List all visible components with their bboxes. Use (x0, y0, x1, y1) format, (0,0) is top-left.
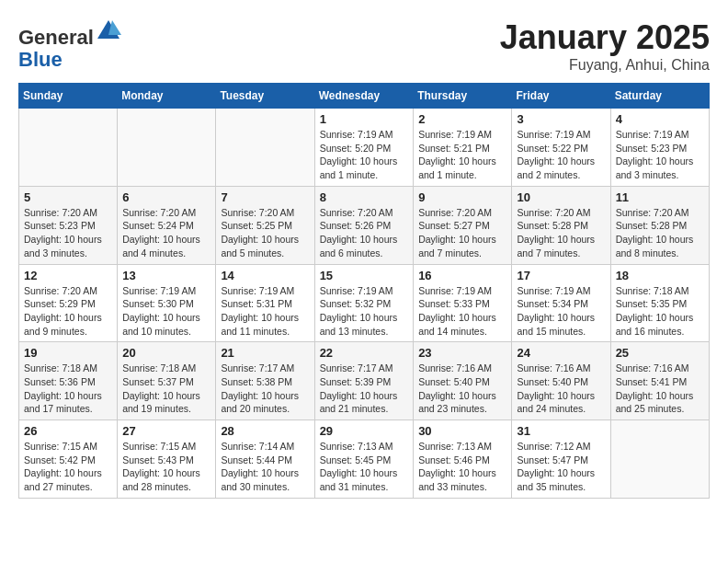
weekday-header-monday: Monday (118, 84, 216, 109)
day-info: Sunrise: 7:20 AM Sunset: 5:23 PM Dayligh… (24, 206, 112, 260)
day-number: 15 (320, 269, 409, 282)
day-number: 25 (616, 346, 704, 360)
calendar-cell: 7Sunrise: 7:20 AM Sunset: 5:25 PM Daylig… (216, 186, 314, 264)
calendar-cell: 18Sunrise: 7:18 AM Sunset: 5:35 PM Dayli… (610, 264, 709, 342)
day-info: Sunrise: 7:20 AM Sunset: 5:29 PM Dayligh… (24, 284, 112, 339)
day-number: 22 (320, 346, 409, 360)
day-number: 27 (122, 424, 210, 438)
calendar-cell: 30Sunrise: 7:13 AM Sunset: 5:46 PM Dayli… (414, 420, 512, 499)
day-number: 30 (418, 424, 506, 438)
month-title: January 2025 (500, 18, 710, 57)
location-subtitle: Fuyang, Anhui, China (500, 57, 710, 74)
page-header: General Blue January 2025 Fuyang, Anhui,… (18, 18, 710, 74)
calendar-cell: 3Sunrise: 7:19 AM Sunset: 5:22 PM Daylig… (512, 109, 610, 187)
calendar-cell: 4Sunrise: 7:19 AM Sunset: 5:23 PM Daylig… (610, 109, 709, 187)
calendar-cell: 22Sunrise: 7:17 AM Sunset: 5:39 PM Dayli… (314, 342, 414, 420)
calendar-cell: 25Sunrise: 7:16 AM Sunset: 5:41 PM Dayli… (610, 342, 709, 420)
calendar-cell (610, 420, 709, 499)
logo-general: General (18, 26, 94, 49)
svg-marker-1 (108, 20, 121, 35)
day-info: Sunrise: 7:15 AM Sunset: 5:42 PM Dayligh… (24, 440, 112, 494)
logo: General Blue (18, 18, 121, 71)
calendar-cell: 17Sunrise: 7:19 AM Sunset: 5:34 PM Dayli… (512, 264, 610, 342)
day-number: 14 (221, 269, 309, 282)
day-number: 16 (418, 269, 506, 282)
calendar-cell: 13Sunrise: 7:19 AM Sunset: 5:30 PM Dayli… (118, 264, 216, 342)
day-number: 5 (24, 190, 112, 204)
day-info: Sunrise: 7:17 AM Sunset: 5:38 PM Dayligh… (221, 362, 309, 416)
day-info: Sunrise: 7:13 AM Sunset: 5:45 PM Dayligh… (320, 440, 409, 494)
day-number: 12 (24, 269, 112, 282)
day-info: Sunrise: 7:20 AM Sunset: 5:24 PM Dayligh… (122, 206, 210, 260)
day-number: 19 (24, 346, 112, 360)
day-info: Sunrise: 7:20 AM Sunset: 5:27 PM Dayligh… (418, 206, 506, 260)
day-info: Sunrise: 7:20 AM Sunset: 5:28 PM Dayligh… (517, 206, 605, 260)
calendar-cell: 29Sunrise: 7:13 AM Sunset: 5:45 PM Dayli… (314, 420, 414, 499)
day-number: 4 (616, 112, 704, 126)
calendar-week-1: 1Sunrise: 7:19 AM Sunset: 5:20 PM Daylig… (19, 109, 710, 187)
logo-blue: Blue (18, 48, 63, 71)
day-info: Sunrise: 7:20 AM Sunset: 5:26 PM Dayligh… (320, 206, 409, 260)
calendar-week-3: 12Sunrise: 7:20 AM Sunset: 5:29 PM Dayli… (19, 264, 710, 342)
day-info: Sunrise: 7:19 AM Sunset: 5:32 PM Dayligh… (320, 284, 409, 339)
day-number: 28 (221, 424, 309, 438)
calendar-week-5: 26Sunrise: 7:15 AM Sunset: 5:42 PM Dayli… (19, 420, 710, 499)
calendar-cell: 1Sunrise: 7:19 AM Sunset: 5:20 PM Daylig… (314, 109, 414, 187)
day-info: Sunrise: 7:13 AM Sunset: 5:46 PM Dayligh… (418, 440, 506, 494)
day-number: 1 (320, 112, 409, 126)
day-number: 17 (517, 269, 605, 282)
day-info: Sunrise: 7:18 AM Sunset: 5:35 PM Dayligh… (616, 284, 704, 339)
calendar-cell: 23Sunrise: 7:16 AM Sunset: 5:40 PM Dayli… (414, 342, 512, 420)
day-number: 31 (517, 424, 605, 438)
day-number: 29 (320, 424, 409, 438)
day-info: Sunrise: 7:19 AM Sunset: 5:20 PM Dayligh… (320, 128, 409, 182)
day-number: 24 (517, 346, 605, 360)
calendar-cell: 28Sunrise: 7:14 AM Sunset: 5:44 PM Dayli… (216, 420, 314, 499)
day-info: Sunrise: 7:19 AM Sunset: 5:22 PM Dayligh… (517, 128, 605, 182)
calendar-cell: 5Sunrise: 7:20 AM Sunset: 5:23 PM Daylig… (19, 186, 118, 264)
calendar-cell: 11Sunrise: 7:20 AM Sunset: 5:28 PM Dayli… (610, 186, 709, 264)
calendar-cell (118, 109, 216, 187)
weekday-header-wednesday: Wednesday (314, 84, 414, 109)
day-info: Sunrise: 7:19 AM Sunset: 5:33 PM Dayligh… (418, 284, 506, 339)
day-info: Sunrise: 7:19 AM Sunset: 5:30 PM Dayligh… (122, 284, 210, 339)
calendar-week-2: 5Sunrise: 7:20 AM Sunset: 5:23 PM Daylig… (19, 186, 710, 264)
weekday-header-friday: Friday (512, 84, 610, 109)
day-info: Sunrise: 7:19 AM Sunset: 5:34 PM Dayligh… (517, 284, 605, 339)
calendar-cell: 9Sunrise: 7:20 AM Sunset: 5:27 PM Daylig… (414, 186, 512, 264)
day-info: Sunrise: 7:15 AM Sunset: 5:43 PM Dayligh… (122, 440, 210, 494)
calendar-cell: 16Sunrise: 7:19 AM Sunset: 5:33 PM Dayli… (414, 264, 512, 342)
day-number: 23 (418, 346, 506, 360)
calendar-cell: 10Sunrise: 7:20 AM Sunset: 5:28 PM Dayli… (512, 186, 610, 264)
day-info: Sunrise: 7:20 AM Sunset: 5:28 PM Dayligh… (616, 206, 704, 260)
logo-icon (96, 18, 121, 44)
day-number: 3 (517, 112, 605, 126)
day-number: 10 (517, 190, 605, 204)
calendar-cell: 15Sunrise: 7:19 AM Sunset: 5:32 PM Dayli… (314, 264, 414, 342)
calendar-cell: 27Sunrise: 7:15 AM Sunset: 5:43 PM Dayli… (118, 420, 216, 499)
day-number: 7 (221, 190, 309, 204)
day-info: Sunrise: 7:19 AM Sunset: 5:31 PM Dayligh… (221, 284, 309, 339)
day-info: Sunrise: 7:16 AM Sunset: 5:41 PM Dayligh… (616, 362, 704, 416)
day-number: 18 (616, 269, 704, 282)
day-info: Sunrise: 7:20 AM Sunset: 5:25 PM Dayligh… (221, 206, 309, 260)
day-info: Sunrise: 7:17 AM Sunset: 5:39 PM Dayligh… (320, 362, 409, 416)
calendar-cell: 2Sunrise: 7:19 AM Sunset: 5:21 PM Daylig… (414, 109, 512, 187)
day-number: 20 (122, 346, 210, 360)
day-info: Sunrise: 7:12 AM Sunset: 5:47 PM Dayligh… (517, 440, 605, 494)
day-info: Sunrise: 7:18 AM Sunset: 5:37 PM Dayligh… (122, 362, 210, 416)
day-number: 13 (122, 269, 210, 282)
weekday-header-saturday: Saturday (610, 84, 709, 109)
calendar-cell: 19Sunrise: 7:18 AM Sunset: 5:36 PM Dayli… (19, 342, 118, 420)
calendar-cell: 24Sunrise: 7:16 AM Sunset: 5:40 PM Dayli… (512, 342, 610, 420)
day-info: Sunrise: 7:19 AM Sunset: 5:23 PM Dayligh… (616, 128, 704, 182)
calendar-week-4: 19Sunrise: 7:18 AM Sunset: 5:36 PM Dayli… (19, 342, 710, 420)
day-number: 8 (320, 190, 409, 204)
day-info: Sunrise: 7:19 AM Sunset: 5:21 PM Dayligh… (418, 128, 506, 182)
day-number: 21 (221, 346, 309, 360)
day-info: Sunrise: 7:14 AM Sunset: 5:44 PM Dayligh… (221, 440, 309, 494)
calendar-cell: 20Sunrise: 7:18 AM Sunset: 5:37 PM Dayli… (118, 342, 216, 420)
calendar-cell: 21Sunrise: 7:17 AM Sunset: 5:38 PM Dayli… (216, 342, 314, 420)
calendar-cell: 31Sunrise: 7:12 AM Sunset: 5:47 PM Dayli… (512, 420, 610, 499)
calendar-cell: 12Sunrise: 7:20 AM Sunset: 5:29 PM Dayli… (19, 264, 118, 342)
